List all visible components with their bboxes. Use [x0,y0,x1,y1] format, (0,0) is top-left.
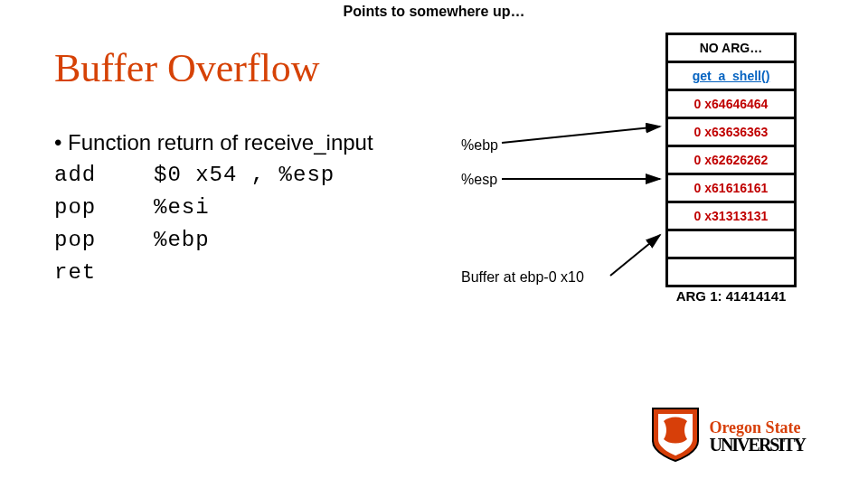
operand: $0 x54 , %esp [154,163,335,187]
body-content: • Function return of receive_input add$0… [54,127,373,289]
stack-arg-label: ARG 1: 41414141 [665,288,797,304]
logo-line1: Oregon State [709,419,805,436]
stack-cell: 0 x63636363 [665,117,797,147]
stack-cell: 0 x64646464 [665,89,797,119]
stack-cell: 0 x31313131 [665,201,797,231]
opcode: ret [54,257,154,289]
stack-cell-empty [665,257,797,287]
stack-cell: NO ARG… [665,33,797,63]
svg-line-0 [502,127,660,143]
top-note: Points to somewhere up… [0,4,868,20]
label-esp: %esp [461,172,497,188]
operand: %ebp [154,228,210,252]
opcode: pop [54,224,154,257]
slide-title: Buffer Overflow [54,45,320,91]
opcode: pop [54,192,154,224]
label-buffer: Buffer at ebp-0 x10 [461,269,584,286]
operand: %esi [154,195,210,220]
stack-cell: 0 x61616161 [665,173,797,203]
opcode: add [54,159,154,192]
oregon-state-logo: Oregon State UNIVERSITY [651,407,841,470]
shield-icon [651,407,700,466]
stack-diagram: NO ARG… get_a_shell() 0 x64646464 0 x636… [665,33,797,304]
stack-cell-empty [665,229,797,259]
stack-cell: 0 x62626262 [665,145,797,175]
slide: Points to somewhere up… Buffer Overflow … [0,0,868,488]
code-block: add$0 x54 , %esp pop%esi pop%ebp ret [54,159,373,289]
label-ebp: %ebp [461,137,498,154]
bullet-line: • Function return of receive_input [54,127,373,159]
logo-line2: UNIVERSITY [709,436,805,454]
logo-text: Oregon State UNIVERSITY [709,419,805,454]
pointer-arrows [493,108,665,325]
stack-cell-return: get_a_shell() [665,61,797,91]
svg-line-2 [610,235,660,276]
